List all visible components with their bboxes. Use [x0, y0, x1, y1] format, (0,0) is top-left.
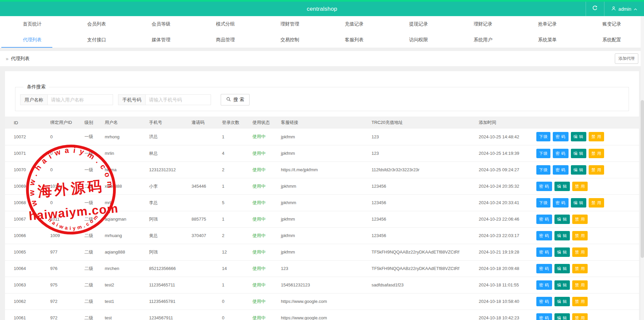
edit-button[interactable]: 编 辑 — [571, 165, 586, 175]
cell-invite-code — [189, 162, 219, 178]
password-button[interactable]: 密 码 — [536, 313, 552, 320]
cell-username: mrlin — [102, 145, 146, 162]
nav-item[interactable]: 理财记录 — [451, 16, 515, 32]
password-button[interactable]: 密 码 — [553, 198, 568, 208]
sub-agents-button[interactable]: 下级 — [536, 132, 550, 141]
disable-button[interactable]: 禁 用 — [589, 165, 604, 175]
nav-item[interactable]: 会员等级 — [129, 16, 193, 32]
scrollbar-thumb[interactable] — [641, 100, 644, 258]
breadcrumb-separator-icon: » — [6, 56, 8, 61]
phone-input[interactable] — [146, 94, 211, 105]
edit-button[interactable]: 编 辑 — [571, 132, 586, 141]
cell-level: 二级 — [82, 293, 102, 310]
cell-id: 10070 — [5, 162, 48, 178]
password-button[interactable]: 密 码 — [536, 182, 552, 191]
password-button[interactable]: 密 码 — [536, 297, 552, 306]
edit-button[interactable]: 编 辑 — [554, 182, 570, 191]
refresh-button[interactable] — [586, 2, 604, 16]
edit-button[interactable]: 编 辑 — [554, 231, 570, 240]
disable-button[interactable]: 禁 用 — [572, 231, 588, 240]
password-button[interactable]: 密 码 — [536, 231, 552, 240]
nav-item[interactable]: 商品管理 — [193, 32, 258, 48]
password-button[interactable]: 密 码 — [553, 165, 568, 175]
edit-button[interactable]: 编 辑 — [571, 149, 586, 158]
nav-item[interactable]: 客服列表 — [322, 32, 386, 48]
disable-button[interactable]: 禁 用 — [572, 182, 588, 191]
vertical-scrollbar[interactable] — [641, 16, 644, 320]
nav-item[interactable]: 访问权限 — [386, 32, 451, 48]
nav-item[interactable]: 抢单记录 — [515, 16, 580, 32]
cell-login-count: 2 — [219, 162, 250, 178]
cell-actions: 密 码编 辑禁 用 — [534, 227, 639, 244]
edit-button[interactable]: 编 辑 — [554, 264, 570, 273]
nav-item[interactable]: 模式分组 — [193, 16, 258, 32]
sub-agents-button[interactable]: 下级 — [536, 165, 550, 175]
password-button[interactable]: 密 码 — [553, 149, 568, 158]
nav-item[interactable]: 理财管理 — [258, 16, 322, 32]
nav-item[interactable]: 系统菜单 — [515, 32, 580, 48]
nav-item[interactable]: 首页统计 — [0, 16, 64, 32]
disable-button[interactable]: 禁 用 — [589, 149, 604, 158]
cell-invite-code: 370407 — [189, 227, 219, 244]
password-button[interactable]: 密 码 — [536, 264, 552, 273]
password-button[interactable]: 密 码 — [536, 280, 552, 290]
cell-level: 二级 — [82, 310, 102, 320]
cell-id: 10069 — [5, 178, 48, 194]
nav-item[interactable]: 系统用户 — [451, 32, 515, 48]
nav-item[interactable]: 提现记录 — [386, 16, 451, 32]
edit-button[interactable]: 编 辑 — [554, 297, 570, 306]
nav-item[interactable]: 充值记录 — [322, 16, 386, 32]
disable-button[interactable]: 禁 用 — [572, 313, 588, 320]
nav-item[interactable]: 账变记录 — [580, 16, 644, 32]
search-button[interactable]: 搜 索 — [221, 94, 250, 105]
edit-button[interactable]: 编 辑 — [554, 247, 570, 257]
cell-actions: 下级密 码编 辑禁 用 — [534, 145, 639, 162]
cell-status: 使用中 — [250, 277, 278, 293]
search-icon — [226, 97, 231, 103]
cell-login-count: 4 — [219, 145, 250, 162]
nav-item[interactable]: 媒体管理 — [129, 32, 193, 48]
cell-phone: 85212356666 — [146, 260, 189, 277]
username-input[interactable] — [48, 94, 113, 105]
cell-id: 10064 — [5, 260, 48, 277]
disable-button[interactable]: 禁 用 — [572, 264, 588, 273]
cell-actions: 密 码编 辑禁 用 — [534, 244, 639, 260]
table-row: 100710一级mrlin林总4使用中jpkfmm1232024-10-25 1… — [5, 145, 639, 162]
cell-level: 二级 — [82, 211, 102, 227]
cell-login-count: 5 — [219, 194, 250, 211]
sub-agents-button[interactable]: 下级 — [536, 149, 550, 158]
edit-button[interactable]: 编 辑 — [571, 198, 586, 208]
edit-button[interactable]: 编 辑 — [554, 280, 570, 290]
disable-button[interactable]: 禁 用 — [589, 132, 604, 141]
phone-label: 手机号码 — [118, 94, 146, 105]
add-agent-button[interactable]: 添加代理 — [615, 53, 638, 64]
disable-button[interactable]: 禁 用 — [572, 297, 588, 306]
nav-item[interactable]: 会员列表 — [64, 16, 129, 32]
password-button[interactable]: 密 码 — [553, 132, 568, 141]
nav-row-2: 代理列表支付接口媒体管理商品管理交易控制客服列表访问权限系统用户系统菜单系统配置 — [0, 32, 644, 48]
cell-created-at: 2024-10-18 10:42:23 — [476, 310, 534, 320]
disable-button[interactable]: 禁 用 — [572, 215, 588, 224]
edit-button[interactable]: 编 辑 — [554, 215, 570, 224]
nav-item[interactable]: 代理列表 — [0, 32, 64, 48]
header-actions: admin — [586, 2, 644, 16]
password-button[interactable]: 密 码 — [536, 247, 552, 257]
cell-bind-id: 0 — [48, 194, 82, 211]
nav-item[interactable]: 交易控制 — [258, 32, 322, 48]
cell-trc20-address: 123456 — [369, 227, 476, 244]
nav-item[interactable]: 系统配置 — [580, 32, 644, 48]
user-menu[interactable]: admin — [604, 2, 644, 16]
disable-button[interactable]: 禁 用 — [572, 247, 588, 257]
password-button[interactable]: 密 码 — [536, 215, 552, 224]
nav-item[interactable]: 支付接口 — [64, 32, 129, 48]
edit-button[interactable]: 编 辑 — [554, 313, 570, 320]
sub-agents-button[interactable]: 下级 — [536, 198, 550, 208]
cell-trc20-address — [369, 293, 476, 310]
disable-button[interactable]: 禁 用 — [589, 198, 604, 208]
cell-actions: 密 码编 辑禁 用 — [534, 260, 639, 277]
disable-button[interactable]: 禁 用 — [572, 280, 588, 290]
cell-phone: 11235465711 — [146, 277, 189, 293]
cell-username: aqiang888 — [102, 244, 146, 260]
cell-level: 二级 — [82, 178, 102, 194]
column-header: 手机号 — [146, 117, 189, 129]
